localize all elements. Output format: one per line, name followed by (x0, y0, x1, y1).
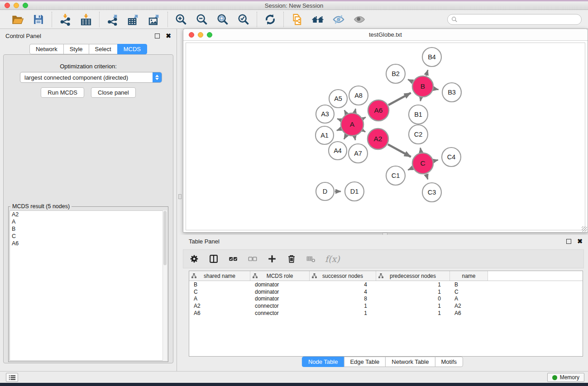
edge-A6-B[interactable] (388, 93, 411, 105)
edge-A-A5[interactable] (344, 110, 346, 114)
node-A8[interactable]: A8 (349, 86, 368, 105)
criterion-dropdown[interactable]: largest connected component (directed) (20, 72, 162, 83)
edge-A-A4[interactable] (344, 135, 346, 139)
edge-C-C1[interactable] (408, 168, 412, 170)
edge-A-A2[interactable] (363, 130, 366, 132)
first-neighbors-icon[interactable] (311, 13, 325, 26)
mcds-result-list[interactable]: A2ABCA6 (10, 210, 167, 361)
close-panel-icon[interactable]: ✖ (166, 33, 171, 39)
select-all-icon[interactable] (228, 253, 239, 264)
column-header-name[interactable]: name (450, 271, 488, 281)
table-row[interactable]: Cdominator41C (189, 288, 583, 295)
node-A5[interactable]: A5 (329, 90, 347, 108)
node-D[interactable]: D (316, 182, 334, 200)
edge-A2-C[interactable] (388, 144, 411, 157)
result-item[interactable]: A (10, 218, 167, 225)
node-A3[interactable]: A3 (316, 105, 334, 123)
network-traffic-lights[interactable] (189, 32, 212, 38)
table-row[interactable]: Bdominator41B (189, 281, 583, 288)
node-B4[interactable]: B4 (422, 48, 441, 67)
tab-mcds[interactable]: MCDS (117, 44, 147, 54)
result-scrollbar[interactable] (163, 210, 167, 361)
edge-C-C4[interactable] (434, 160, 438, 161)
task-history-button[interactable] (6, 373, 18, 382)
node-C2[interactable]: C2 (409, 125, 428, 144)
zoom-in-icon[interactable] (174, 13, 188, 26)
node-B1[interactable]: B1 (409, 105, 428, 124)
node-C[interactable]: C (412, 153, 433, 174)
column-header-successor-nodes[interactable]: successor nodes (310, 271, 376, 281)
hide-selected-icon[interactable] (332, 13, 345, 26)
network-window-titlebar[interactable]: testGlobe.txt (183, 29, 588, 41)
zoom-fit-icon[interactable] (216, 13, 229, 26)
node-table[interactable]: shared nameMCDS rolesuccessor nodesprede… (189, 271, 583, 357)
result-item[interactable]: A2 (10, 211, 167, 218)
column-header-shared-name[interactable]: shared name (189, 271, 250, 281)
export-image-icon[interactable] (148, 13, 161, 26)
save-session-icon[interactable] (32, 13, 45, 26)
node-D1[interactable]: D1 (345, 182, 364, 201)
tab-select[interactable]: Select (89, 44, 118, 54)
edge-B-B3[interactable] (434, 89, 438, 90)
network-close-icon[interactable] (189, 32, 194, 38)
close-table-panel-icon[interactable]: ✖ (577, 238, 583, 244)
edge-B-B2[interactable] (408, 80, 412, 82)
result-item[interactable]: C (10, 233, 167, 240)
table-row[interactable]: Adominator80A (189, 295, 583, 303)
edge-A-A1[interactable] (337, 129, 341, 130)
node-C3[interactable]: C3 (422, 183, 441, 202)
edge-C-C3[interactable] (426, 174, 428, 180)
tab-network-table[interactable]: Network Table (385, 357, 435, 367)
edge-B-B4[interactable] (426, 70, 428, 76)
edge-A-A6[interactable] (363, 117, 366, 119)
table-row[interactable]: A2connector11A2 (189, 302, 583, 310)
node-A6[interactable]: A6 (368, 100, 389, 121)
node-B2[interactable]: B2 (386, 64, 405, 83)
vertical-splitter-handle[interactable] (178, 194, 182, 199)
node-C4[interactable]: C4 (442, 148, 461, 167)
network-canvas[interactable]: B4B2BB3A5A8A6A3B1AC2A1A2A4A7C4CC1DD1C3 (186, 43, 585, 230)
memory-button[interactable]: Memory (547, 373, 584, 382)
add-row-icon[interactable] (267, 253, 277, 264)
export-table-icon[interactable] (127, 13, 140, 26)
column-header-MCDS-role[interactable]: MCDS role (250, 271, 310, 281)
graph-nodes[interactable]: B4B2BB3A5A8A6A3B1AC2A1A2A4A7C4CC1DD1C3 (316, 48, 461, 202)
float-panel-icon[interactable] (155, 33, 160, 38)
open-session-icon[interactable] (11, 13, 24, 26)
import-table-icon[interactable] (79, 13, 93, 26)
refresh-network-icon[interactable] (263, 13, 277, 26)
minimize-window-icon[interactable] (14, 3, 19, 8)
tab-style[interactable]: Style (63, 44, 89, 54)
table-row[interactable]: A6connector11A6 (189, 310, 583, 317)
zoom-selected-icon[interactable] (237, 13, 250, 26)
network-minimize-icon[interactable] (198, 32, 203, 38)
node-B[interactable]: B (412, 76, 433, 97)
network-zoom-icon[interactable] (207, 32, 212, 38)
column-header-predecessor-nodes[interactable]: predecessor nodes (376, 271, 450, 281)
export-network-icon[interactable] (106, 13, 120, 26)
zoom-window-icon[interactable] (23, 3, 28, 8)
edge-B-B1[interactable] (421, 98, 421, 101)
close-panel-button[interactable]: Close panel (91, 87, 136, 98)
node-B3[interactable]: B3 (442, 83, 461, 102)
tab-network[interactable]: Network (29, 44, 64, 54)
node-A1[interactable]: A1 (316, 126, 334, 144)
node-A[interactable]: A (341, 113, 363, 136)
zoom-out-icon[interactable] (195, 13, 209, 26)
search-input[interactable] (460, 16, 578, 23)
import-network-icon[interactable] (58, 13, 72, 26)
window-resize-grip[interactable] (582, 226, 587, 232)
edge-A-A7[interactable] (354, 136, 355, 140)
node-A2[interactable]: A2 (368, 129, 388, 149)
tab-node-table[interactable]: Node Table (302, 357, 344, 367)
result-item[interactable]: B (10, 225, 167, 233)
search-input-wrap[interactable] (447, 14, 582, 25)
unselect-all-icon[interactable] (247, 253, 258, 264)
run-mcds-button[interactable]: Run MCDS (41, 87, 84, 98)
tab-edge-table[interactable]: Edge Table (344, 357, 386, 367)
close-window-icon[interactable] (5, 3, 10, 8)
edge-A-A3[interactable] (337, 119, 341, 120)
node-A7[interactable]: A7 (349, 144, 368, 163)
show-all-icon[interactable] (353, 13, 366, 26)
node-C1[interactable]: C1 (386, 166, 405, 185)
